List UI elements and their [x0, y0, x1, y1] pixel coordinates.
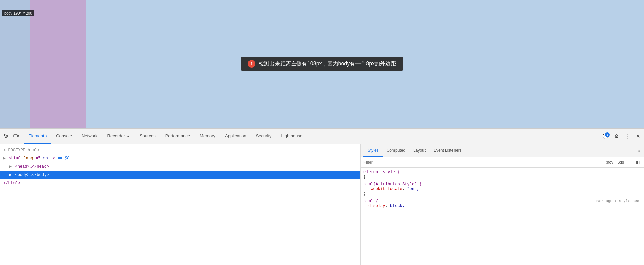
toolbar-icons: [1, 132, 21, 141]
add-style-button[interactable]: +: [627, 159, 633, 165]
dom-head[interactable]: ▶ <head>…</head>: [0, 163, 360, 171]
info-tooltip: 1 检测出来距离左侧有108px，因为body有一个8px的外边距: [241, 57, 403, 71]
devtools-toolbar: Elements Console Network Recorder ▲ Sour…: [0, 129, 644, 144]
svg-rect-1: [18, 135, 19, 137]
dom-body[interactable]: ▶ <body>…</body>: [0, 171, 360, 179]
color-block-left: [0, 0, 30, 128]
css-rules: element.style { } html[Attributes Style]…: [361, 168, 644, 265]
styles-panel: Styles Computed Layout Event Listeners »…: [361, 144, 644, 265]
devtools-tabs: Elements Console Network Recorder ▲ Sour…: [24, 129, 601, 144]
filter-bar: :hov .cls + ◧: [361, 157, 644, 168]
tab-event-listeners[interactable]: Event Listeners: [430, 144, 466, 157]
tab-lighthouse[interactable]: Lighthouse: [276, 129, 308, 144]
styles-more-tabs-button[interactable]: »: [636, 148, 641, 153]
styles-tabs: Styles Computed Layout Event Listeners »: [361, 144, 644, 157]
cls-button[interactable]: .cls: [616, 159, 626, 165]
tab-performance[interactable]: Performance: [160, 129, 195, 144]
settings-button[interactable]: ⚙: [612, 132, 621, 141]
tab-network[interactable]: Network: [77, 129, 103, 144]
tab-computed[interactable]: Computed: [383, 144, 409, 157]
tab-memory[interactable]: Memory: [195, 129, 220, 144]
css-rule-element-style: element.style { }: [363, 170, 641, 179]
devtools-panel: Elements Console Network Recorder ▲ Sour…: [0, 128, 644, 265]
toolbar-right: 💬 1 ⚙ ⋮ ✕: [601, 132, 643, 141]
device-toggle-button[interactable]: [11, 132, 21, 141]
css-rule-html-ua: html { user agent stylesheet display: bl…: [363, 199, 641, 208]
inspect-element-button[interactable]: [1, 132, 11, 141]
tab-styles[interactable]: Styles: [363, 144, 383, 157]
hov-button[interactable]: :hov: [604, 159, 615, 165]
svg-rect-0: [14, 135, 17, 137]
elements-panel[interactable]: <!DOCTYPE html> ▶ <html lang =" en "> ==…: [0, 144, 361, 265]
tab-elements[interactable]: Elements: [24, 129, 51, 144]
toggle-sidebar-button[interactable]: ◧: [634, 159, 641, 165]
tab-console[interactable]: Console: [51, 129, 77, 144]
notification-badge: 1: [605, 132, 610, 137]
notification-button[interactable]: 💬 1: [601, 132, 610, 141]
element-size-tooltip: body 1904 × 200: [2, 10, 34, 16]
browser-preview: body 1904 × 200 1 检测出来距离左侧有108px，因为body有…: [0, 0, 644, 128]
dom-doctype: <!DOCTYPE html>: [0, 146, 360, 154]
tab-layout[interactable]: Layout: [409, 144, 430, 157]
more-options-button[interactable]: ⋮: [622, 132, 632, 141]
tab-sources[interactable]: Sources: [135, 129, 160, 144]
tooltip-number: 1: [248, 60, 255, 68]
recorder-badge: ▲: [126, 134, 130, 138]
filter-right: :hov .cls + ◧: [604, 159, 641, 165]
filter-input[interactable]: [363, 160, 602, 165]
close-devtools-button[interactable]: ✕: [633, 132, 643, 141]
dom-html-close: </html>: [0, 179, 360, 187]
color-block-mid: [30, 0, 86, 128]
devtools-body: <!DOCTYPE html> ▶ <html lang =" en "> ==…: [0, 144, 644, 265]
tooltip-text: 检测出来距离左侧有108px，因为body有一个8px的外边距: [259, 60, 396, 68]
tab-security[interactable]: Security: [251, 129, 276, 144]
css-rule-html-attr: html[Attributes Style] { -webkit-locale:…: [363, 182, 641, 196]
tab-application[interactable]: Application: [220, 129, 251, 144]
tab-recorder[interactable]: Recorder ▲: [103, 129, 135, 144]
dom-html[interactable]: ▶ <html lang =" en "> == $0: [0, 154, 360, 162]
